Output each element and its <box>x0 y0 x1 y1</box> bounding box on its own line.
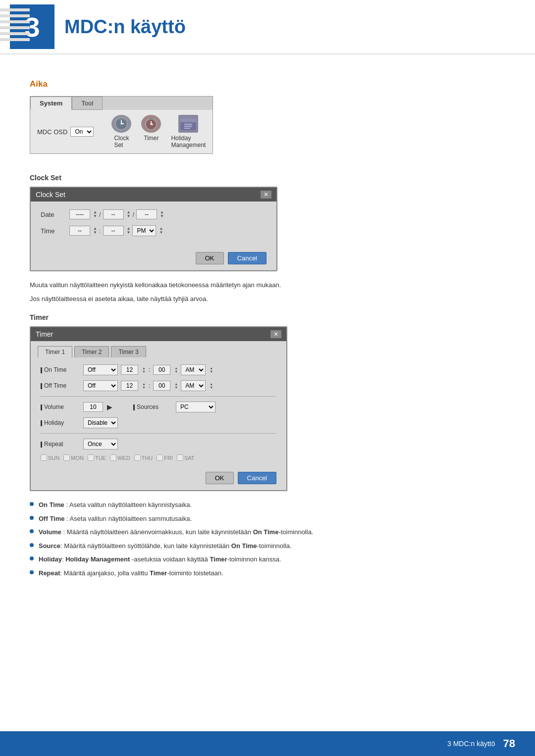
date-year-arrows[interactable]: ▲ ▼ <box>93 210 97 218</box>
off-min-up[interactable]: ▲ <box>174 382 178 386</box>
clock-set-cancel-button[interactable]: Cancel <box>228 252 267 264</box>
tab-tool[interactable]: Tool <box>72 97 103 110</box>
day-sun-checkbox[interactable] <box>41 454 47 461</box>
day-thu[interactable]: THU <box>134 454 153 461</box>
svg-rect-14 <box>150 118 153 120</box>
time-min-input[interactable] <box>103 226 124 236</box>
time-ampm-select[interactable]: PM AM <box>132 225 156 236</box>
clock-set-title: Clock Set <box>36 191 65 199</box>
day-sun[interactable]: SUN <box>41 454 59 461</box>
day-wed-checkbox[interactable] <box>110 454 116 461</box>
day-wed[interactable]: WED <box>110 454 130 461</box>
on-ampm-select[interactable]: AM PM <box>181 364 206 375</box>
holiday-management-label: HolidayManagement <box>171 135 206 149</box>
volume-right-arrow[interactable]: ▶ <box>107 403 112 411</box>
clock-set-icon-item[interactable]: ClockSet <box>111 115 131 149</box>
time-row: Time ▲ ▼ : ▲ ▼ <box>41 225 267 236</box>
day-thu-checkbox[interactable] <box>134 454 141 461</box>
day-fri-checkbox[interactable] <box>157 454 163 461</box>
page-content: Aika System Tool MDC OSD On <box>0 54 535 611</box>
off-ampm-down[interactable]: ▼ <box>210 386 213 389</box>
time-min-arrows[interactable]: ▲ ▼ <box>127 227 131 235</box>
timer-icon <box>141 115 161 133</box>
on-min-up[interactable]: ▲ <box>174 366 178 370</box>
timer-cancel-button[interactable]: Cancel <box>238 472 276 484</box>
sources-select[interactable]: PC <box>176 402 215 412</box>
holiday-label: Holiday <box>41 419 80 426</box>
off-ampm-select[interactable]: AM PM <box>181 380 206 391</box>
off-ampm-up[interactable]: ▲ <box>210 382 213 386</box>
off-time-select[interactable]: Off On <box>83 380 118 391</box>
on-ampm-arrows[interactable]: ▲ ▼ <box>210 366 213 373</box>
off-hour-input[interactable] <box>121 381 138 391</box>
timer-ok-button[interactable]: OK <box>206 472 234 484</box>
day-fri-label: FRI <box>164 455 173 461</box>
date-month-down[interactable]: ▼ <box>127 214 131 218</box>
day-sat-checkbox[interactable] <box>177 454 183 461</box>
timer-tab-3[interactable]: Timer 3 <box>111 346 146 357</box>
date-year-down[interactable]: ▼ <box>93 214 97 218</box>
timer-tab-1[interactable]: Timer 1 <box>38 346 72 357</box>
on-min-down[interactable]: ▼ <box>174 370 178 373</box>
holiday-icon-item[interactable]: HolidayManagement <box>171 115 206 149</box>
date-month-input[interactable] <box>103 209 124 219</box>
on-ampm-up[interactable]: ▲ <box>210 366 213 370</box>
clock-set-ok-button[interactable]: OK <box>196 252 224 264</box>
on-hour-input[interactable] <box>121 365 138 375</box>
day-sun-label: SUN <box>48 455 59 461</box>
time-ampm-arrows[interactable]: ▲ ▼ <box>159 227 163 235</box>
mdc-osd-select[interactable]: On <box>70 127 94 137</box>
day-thu-label: THU <box>142 455 153 461</box>
date-day-down[interactable]: ▼ <box>160 214 164 218</box>
timer-heading: Timer <box>30 313 505 321</box>
day-mon[interactable]: MON <box>63 454 84 461</box>
off-hour-down[interactable]: ▼ <box>142 386 146 389</box>
bullet-holiday: Holiday: Holiday Management -asetuksia v… <box>30 554 505 564</box>
bullet-dot-4 <box>30 543 34 547</box>
timer-icon-item[interactable]: Timer <box>141 115 161 149</box>
time-hour-down[interactable]: ▼ <box>93 231 97 235</box>
day-sat[interactable]: SAT <box>177 454 195 461</box>
timer-tab-2[interactable]: Timer 2 <box>74 346 109 357</box>
off-min-arrows[interactable]: ▲ ▼ <box>174 382 178 389</box>
off-ampm-arrows[interactable]: ▲ ▼ <box>210 382 213 389</box>
on-hour-down[interactable]: ▼ <box>142 370 146 373</box>
date-day-input[interactable] <box>136 209 157 219</box>
date-day-spinner <box>136 209 157 219</box>
timer-divider-1 <box>41 396 276 397</box>
clock-set-title-bar: Clock Set ✕ <box>31 188 276 202</box>
day-tue-checkbox[interactable] <box>88 454 94 461</box>
day-sat-label: SAT <box>184 455 195 461</box>
time-min-down[interactable]: ▼ <box>127 231 131 235</box>
clock-set-close-button[interactable]: ✕ <box>261 191 271 199</box>
timer-close-button[interactable]: ✕ <box>270 330 281 338</box>
tab-system[interactable]: System <box>30 97 72 110</box>
time-hour-arrows[interactable]: ▲ ▼ <box>93 227 97 235</box>
on-time-select[interactable]: Off On <box>83 364 118 375</box>
date-year-input[interactable] <box>69 209 90 219</box>
off-hour-up[interactable]: ▲ <box>142 382 146 386</box>
on-min-arrows[interactable]: ▲ ▼ <box>174 366 178 373</box>
section-aika-heading: Aika <box>30 79 505 89</box>
dialog-tabs: System Tool <box>30 97 213 110</box>
on-hour-up[interactable]: ▲ <box>142 366 146 370</box>
off-min-input[interactable] <box>153 381 170 391</box>
date-day-arrows[interactable]: ▲ ▼ <box>160 210 164 218</box>
timer-title: Timer <box>36 330 53 338</box>
on-ampm-down[interactable]: ▼ <box>210 370 213 373</box>
day-fri[interactable]: FRI <box>157 454 173 461</box>
time-hour-input[interactable] <box>69 226 90 236</box>
off-hour-arrows[interactable]: ▲ ▼ <box>142 382 146 389</box>
date-month-arrows[interactable]: ▲ ▼ <box>127 210 131 218</box>
volume-input[interactable] <box>83 402 103 412</box>
day-mon-checkbox[interactable] <box>63 454 70 461</box>
day-tue[interactable]: TUE <box>88 454 106 461</box>
on-min-input[interactable] <box>153 365 170 375</box>
on-hour-arrows[interactable]: ▲ ▼ <box>142 366 146 373</box>
time-ampm-down[interactable]: ▼ <box>159 231 163 235</box>
off-min-down[interactable]: ▼ <box>174 386 178 389</box>
holiday-select[interactable]: Disable Enable <box>83 417 118 428</box>
clock-set-footer: OK Cancel <box>31 248 276 270</box>
repeat-label: Repeat <box>41 441 80 448</box>
repeat-select[interactable]: Once Everyday Mon-Fri Sat-Sun Manual <box>83 439 118 450</box>
